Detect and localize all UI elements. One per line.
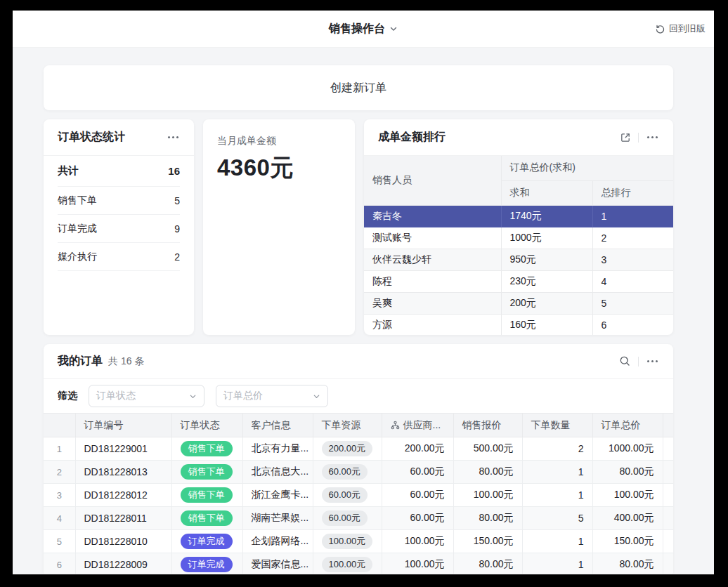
sales-quote: 80.00元	[453, 553, 522, 574]
ranking-row[interactable]: 方源 160元 6	[364, 314, 673, 335]
page-title: 销售操作台	[329, 22, 385, 37]
row-index: 2	[44, 461, 75, 484]
create-order-label: 创建新订单	[330, 81, 386, 95]
sales-quote: 80.00元	[453, 507, 522, 530]
ranking-col-person: 销售人员	[364, 156, 501, 205]
back-to-old-version-link[interactable]: 回到旧版	[655, 11, 706, 47]
status-badge: 销售下单	[181, 487, 233, 503]
supplier-price: 100.00元	[382, 553, 453, 574]
col-row-index	[44, 414, 75, 437]
row-index: 4	[44, 507, 75, 530]
supplier-price: 100.00元	[382, 530, 453, 553]
resource-badge: 60.00元	[322, 510, 368, 526]
customer-info: 湖南芒果娱...	[242, 507, 313, 530]
ranking-col-group: 订单总价(求和)	[501, 156, 673, 180]
open-external-icon[interactable]	[620, 132, 631, 143]
ranking-row[interactable]: 秦吉冬 1740元 1	[364, 205, 673, 227]
status-badge: 订单完成	[181, 557, 233, 572]
stat-label: 销售下单	[58, 194, 97, 207]
order-number: DD181229001	[75, 437, 171, 461]
row-index: 6	[44, 553, 75, 574]
ranking-sum: 230元	[501, 270, 592, 292]
status-badge: 销售下单	[181, 464, 233, 480]
restore-icon	[655, 24, 665, 34]
stat-row[interactable]: 销售下单 5	[58, 187, 180, 215]
more-menu-icon[interactable]	[167, 133, 180, 141]
row-index: 5	[44, 530, 75, 553]
customer-info: 北京信息大...	[242, 461, 313, 484]
row-index: 1	[44, 437, 75, 461]
ranking-rank: 4	[592, 270, 673, 292]
divider	[638, 133, 639, 143]
order-total: 80.00元	[592, 461, 663, 484]
order-number: DD181228009	[75, 553, 171, 574]
chevron-down-icon	[189, 393, 197, 400]
dashboard-body: 创建新订单 订单状态统计 共计	[13, 48, 714, 574]
more-menu-icon[interactable]	[646, 357, 659, 365]
app-window: 销售操作台 回到旧版 创建新订单 订单状态统计	[13, 11, 714, 574]
ranking-row[interactable]: 伙伴云魏少轩 950元 3	[364, 249, 673, 270]
resource-badge: 100.00元	[322, 557, 373, 572]
order-status-stats-card: 订单状态统计 共计 16	[44, 119, 194, 335]
stat-row[interactable]: 订单完成 9	[58, 215, 180, 243]
order-row[interactable]: 5 DD181228010 订单完成 企划路网络... 100.00元 100.…	[44, 530, 673, 553]
sales-quote: 500.00元	[453, 437, 522, 461]
col-total: 订单总价	[592, 414, 663, 437]
order-row[interactable]: 2 DD181228013 销售下单 北京信息大... 60.00元 60.00…	[44, 461, 673, 484]
sales-quote: 80.00元	[453, 461, 522, 484]
order-row[interactable]: 1 DD181229001 销售下单 北京有力量... 200.00元 200.…	[44, 437, 673, 461]
order-row[interactable]: 3 DD181228012 销售下单 浙江金鹰卡... 60.00元 60.00…	[44, 484, 673, 507]
workspace-switcher[interactable]: 销售操作台	[329, 22, 398, 37]
amount-label: 当月成单金额	[217, 135, 341, 147]
col-supplier: 供应商...	[382, 414, 453, 437]
customer-info: 浙江金鹰卡...	[242, 484, 313, 507]
stat-label: 媒介执行	[58, 251, 97, 263]
ranking-sum: 1000元	[501, 227, 592, 249]
status-badge: 销售下单	[181, 510, 233, 526]
ranking-person: 方源	[364, 314, 501, 335]
stat-value: 16	[168, 165, 180, 177]
search-icon[interactable]	[619, 355, 631, 367]
ranking-table: 销售人员 订单总价(求和) 求和 总排行	[364, 156, 673, 335]
ranking-card: 成单金额排行 销售人员	[364, 119, 673, 335]
resource-badge: 60.00元	[322, 487, 368, 503]
divider	[638, 357, 639, 367]
trailing-cell	[663, 507, 673, 530]
order-quantity: 2	[522, 437, 592, 461]
order-total: 150.00元	[592, 530, 663, 553]
ranking-sum: 950元	[501, 249, 592, 270]
more-menu-icon[interactable]	[646, 133, 659, 141]
ranking-sum: 160元	[501, 314, 592, 335]
order-number: DD181228012	[75, 484, 171, 507]
ranking-row[interactable]: 测试账号 1000元 2	[364, 227, 673, 249]
col-quote: 销售报价	[453, 414, 522, 437]
trailing-cell	[663, 461, 673, 484]
ranking-row[interactable]: 陈程 230元 4	[364, 270, 673, 292]
col-resource: 下单资源	[313, 414, 382, 437]
trailing-cell	[663, 553, 673, 574]
order-row[interactable]: 4 DD181228011 销售下单 湖南芒果娱... 60.00元 60.00…	[44, 507, 673, 530]
trailing-cell	[663, 530, 673, 553]
orders-card-title: 我的订单	[58, 354, 103, 369]
status-card-title: 订单状态统计	[58, 130, 125, 145]
ranking-person: 陈程	[364, 270, 501, 292]
order-number: DD181228010	[75, 530, 171, 553]
order-number: DD181228013	[75, 461, 171, 484]
stat-row[interactable]: 媒介执行 2	[58, 243, 180, 271]
filter-order-total-placeholder: 订单总价	[223, 390, 263, 402]
my-orders-card: 我的订单 共 16 条 筛选 订单状态	[44, 344, 673, 574]
chevron-down-icon	[313, 393, 320, 400]
chevron-down-icon	[389, 25, 398, 33]
stat-label: 订单完成	[58, 223, 97, 235]
stat-row[interactable]: 共计 16	[58, 156, 180, 187]
status-badge: 销售下单	[181, 441, 233, 456]
ranking-row[interactable]: 吴爽 200元 5	[364, 292, 673, 314]
filter-order-total-select[interactable]: 订单总价	[216, 385, 328, 407]
filter-order-status-select[interactable]: 订单状态	[89, 385, 204, 407]
order-total: 80.00元	[592, 553, 663, 574]
order-quantity: 5	[522, 507, 592, 530]
order-row[interactable]: 6 DD181228009 订单完成 爱国家信息... 100.00元 100.…	[44, 553, 673, 574]
sales-quote: 150.00元	[453, 530, 522, 553]
relation-icon	[391, 421, 400, 430]
create-order-button[interactable]: 创建新订单	[44, 65, 673, 110]
